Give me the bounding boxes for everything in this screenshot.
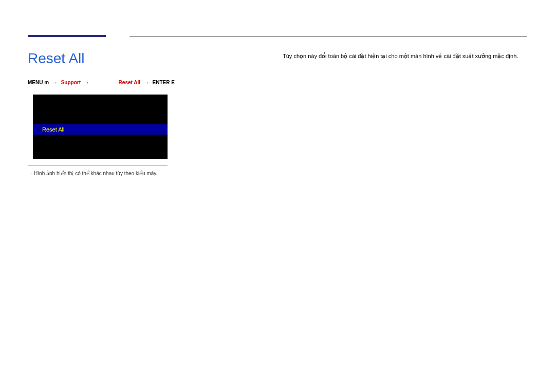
arrow-2: → bbox=[84, 80, 91, 85]
note-text: Hình ảnh hiển thị có thể khác nhau tùy t… bbox=[31, 171, 157, 176]
breadcrumb: MENU m → Support → Reset All → ENTER E bbox=[28, 80, 175, 85]
enter-glyph: E bbox=[171, 80, 175, 85]
support-label: Support bbox=[61, 80, 81, 85]
menu-label: MENU bbox=[28, 80, 43, 85]
menu-item-reset-all: Reset All bbox=[33, 124, 168, 135]
enter-label: ENTER bbox=[153, 80, 170, 85]
description-text: Tùy chọn này đổi toàn bộ cài đặt hiện tạ… bbox=[283, 53, 518, 60]
arrow-1: → bbox=[52, 80, 58, 85]
arrow-3: → bbox=[144, 80, 149, 85]
resetall-label: Reset All bbox=[119, 80, 140, 85]
arrow-2-text: → bbox=[84, 80, 89, 85]
menu-preview: Reset All bbox=[33, 95, 168, 159]
menu-glyph: m bbox=[44, 80, 49, 85]
header-divider bbox=[130, 36, 527, 36]
note-divider bbox=[28, 165, 168, 165]
page-title: Reset All bbox=[28, 50, 85, 67]
header-accent-bar bbox=[28, 35, 106, 37]
